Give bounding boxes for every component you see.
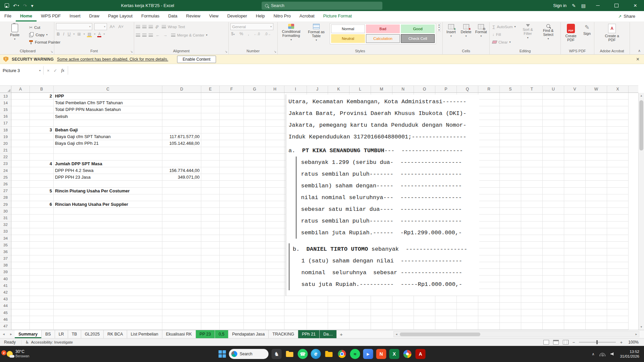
- cell-H38[interactable]: [266, 262, 284, 269]
- cell-S28[interactable]: [500, 194, 521, 201]
- cell-F20[interactable]: [220, 140, 244, 147]
- cell-U14[interactable]: [543, 100, 564, 106]
- cell-O47[interactable]: [414, 323, 435, 329]
- cell-A15[interactable]: [11, 106, 30, 113]
- cell-U35[interactable]: [543, 242, 564, 248]
- cell-A30[interactable]: [11, 208, 30, 215]
- cell-S17[interactable]: [500, 120, 521, 127]
- cell-F18[interactable]: [220, 127, 244, 133]
- cell-D47[interactable]: [162, 323, 201, 329]
- zoom-slider[interactable]: [579, 342, 616, 343]
- cell-L44[interactable]: [350, 303, 371, 309]
- cell-W38[interactable]: [586, 262, 607, 269]
- find-select-button[interactable]: Find & Select ▾: [539, 23, 558, 40]
- cell-E27[interactable]: [201, 188, 220, 194]
- fill-color-button[interactable]: ▨: [87, 32, 92, 37]
- cell-V13[interactable]: [564, 93, 586, 100]
- cell-C42[interactable]: [54, 289, 162, 296]
- zoom-out-button[interactable]: −: [573, 340, 575, 345]
- cell-E29[interactable]: [201, 201, 220, 208]
- row-header-43[interactable]: 43: [0, 296, 11, 303]
- cell-H20[interactable]: [266, 140, 284, 147]
- cell-E19[interactable]: [201, 133, 220, 140]
- cell-C36[interactable]: [54, 248, 162, 255]
- cell-A34[interactable]: [11, 235, 30, 242]
- cell-W34[interactable]: [586, 235, 607, 242]
- row-header-13[interactable]: 13: [0, 93, 11, 100]
- decrease-indent-icon[interactable]: ←: [155, 33, 161, 38]
- column-header-R[interactable]: R: [478, 86, 500, 93]
- column-header-H[interactable]: H: [266, 86, 284, 93]
- cell-E20[interactable]: [201, 140, 220, 147]
- cell-U20[interactable]: [543, 140, 564, 147]
- downloads-folder-icon[interactable]: [324, 349, 334, 359]
- cell-E33[interactable]: [201, 228, 220, 235]
- cell-U46[interactable]: [543, 316, 564, 323]
- column-header-C[interactable]: C: [54, 86, 162, 93]
- cell-E39[interactable]: [201, 269, 220, 276]
- cell-R16[interactable]: [478, 113, 500, 120]
- cell-H25[interactable]: [266, 174, 284, 181]
- cell-G27[interactable]: [244, 188, 266, 194]
- cell-V18[interactable]: [564, 127, 586, 133]
- cell-X30[interactable]: [607, 208, 629, 215]
- row-header-20[interactable]: 20: [0, 140, 11, 147]
- cell-S26[interactable]: [500, 181, 521, 187]
- column-header-D[interactable]: D: [162, 86, 201, 93]
- cell-F31[interactable]: [220, 215, 244, 221]
- ribbon-options-icon[interactable]: ▤: [581, 3, 586, 8]
- cell-U32[interactable]: [543, 222, 564, 228]
- cell-V25[interactable]: [564, 174, 586, 181]
- cell-G13[interactable]: [244, 93, 266, 100]
- cell-A32[interactable]: [11, 222, 30, 228]
- cell-H22[interactable]: [266, 154, 284, 161]
- cell-K43[interactable]: [328, 296, 350, 303]
- sheet-nav-left-icon[interactable]: ◄: [0, 330, 7, 338]
- sheet-tab-pph-21[interactable]: PPh 21: [298, 330, 320, 338]
- row-header-45[interactable]: 45: [0, 309, 11, 316]
- cell-A36[interactable]: [11, 248, 30, 255]
- cell-H28[interactable]: [266, 194, 284, 201]
- cell-B29[interactable]: 6: [30, 201, 54, 208]
- column-header-I[interactable]: I: [284, 86, 307, 93]
- cell-V34[interactable]: [564, 235, 586, 242]
- sheet-tab-da[interactable]: Da…: [320, 330, 337, 338]
- cell-U45[interactable]: [543, 309, 564, 316]
- cell-T18[interactable]: [521, 127, 543, 133]
- number-format-combo[interactable]: General ▾: [230, 23, 273, 30]
- cell-E43[interactable]: [201, 296, 220, 303]
- cell-B43[interactable]: [30, 296, 54, 303]
- titlebar-search-box[interactable]: Search: [262, 2, 382, 10]
- cell-D23[interactable]: [162, 161, 201, 167]
- cell-B45[interactable]: [30, 309, 54, 316]
- cell-D18[interactable]: [162, 127, 201, 133]
- cell-W35[interactable]: [586, 242, 607, 248]
- comma-style-icon[interactable]: ,: [247, 32, 250, 36]
- cell-H21[interactable]: [266, 147, 284, 154]
- cell-A41[interactable]: [11, 282, 30, 289]
- cell-F35[interactable]: [220, 242, 244, 248]
- file-explorer-icon[interactable]: [285, 349, 295, 359]
- new-sheet-button[interactable]: +: [337, 330, 345, 338]
- italic-button[interactable]: I: [62, 32, 65, 37]
- cell-X31[interactable]: [607, 215, 629, 221]
- cell-I43[interactable]: [284, 296, 307, 303]
- cell-S13[interactable]: [500, 93, 521, 100]
- cell-G28[interactable]: [244, 194, 266, 201]
- cell-J47[interactable]: [307, 323, 328, 329]
- row-header-26[interactable]: 26: [0, 181, 11, 187]
- cell-X44[interactable]: [607, 303, 629, 309]
- cell-R25[interactable]: [478, 174, 500, 181]
- cell-S41[interactable]: [500, 282, 521, 289]
- cell-T29[interactable]: [521, 201, 543, 208]
- cell-W15[interactable]: [586, 106, 607, 113]
- cell-M46[interactable]: [371, 316, 392, 323]
- media-app-icon[interactable]: ▶: [363, 349, 373, 359]
- cell-B23[interactable]: 4: [30, 161, 54, 167]
- cell-J45[interactable]: [307, 309, 328, 316]
- column-header-B[interactable]: B: [30, 86, 54, 93]
- cell-X16[interactable]: [607, 113, 629, 120]
- cell-S16[interactable]: [500, 113, 521, 120]
- cell-F32[interactable]: [220, 222, 244, 228]
- cell-A22[interactable]: [11, 154, 30, 161]
